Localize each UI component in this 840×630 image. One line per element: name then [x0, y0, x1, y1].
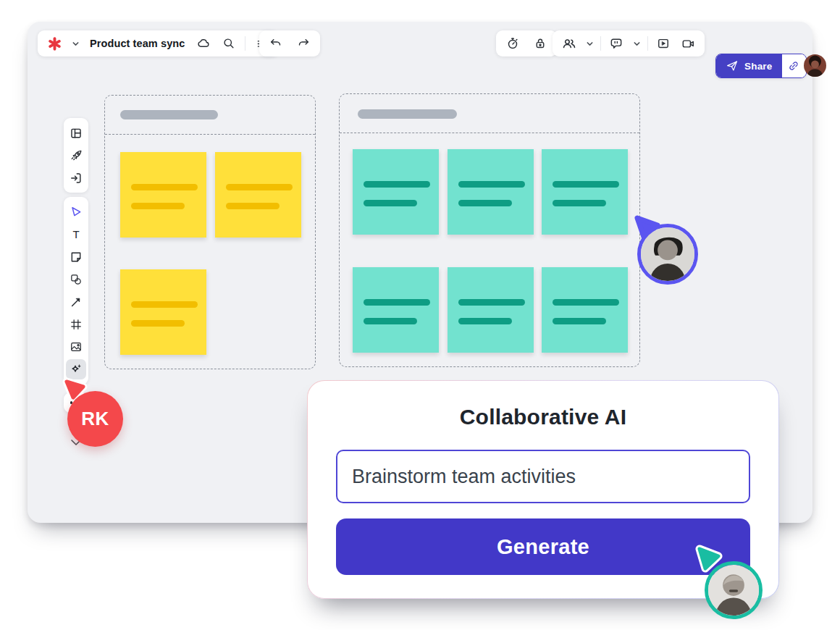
collaborator-avatar-teal [705, 561, 763, 619]
avatar-photo [708, 565, 759, 616]
quick-start-rocket-tool[interactable] [65, 144, 87, 167]
collaborators-icon[interactable] [560, 34, 579, 53]
divider [245, 36, 245, 51]
private-mode-lock-icon[interactable] [531, 34, 550, 53]
history-panel [259, 30, 320, 56]
sidebar-panel-tools: T [64, 197, 88, 385]
select-cursor-tool[interactable] [65, 201, 87, 223]
collaboration-panel [553, 30, 705, 56]
search-icon[interactable] [219, 34, 238, 53]
comments-chevron-icon[interactable] [631, 34, 642, 53]
comments-icon[interactable] [607, 34, 626, 53]
share-button-label: Share [744, 61, 773, 72]
current-user-avatar[interactable] [804, 54, 826, 77]
sidebar-panel-top [64, 118, 88, 193]
collaborator-initials: RK [81, 408, 109, 430]
frame-title-divider [105, 134, 315, 135]
video-call-icon[interactable] [679, 34, 697, 53]
ai-prompt-input[interactable] [336, 450, 750, 503]
avatar-photo [641, 227, 694, 281]
connector-arrow-tool[interactable] [65, 290, 87, 313]
divider [600, 36, 601, 51]
sticky-note[interactable] [120, 269, 206, 355]
board-title[interactable]: Product team sync [87, 38, 188, 49]
divider [647, 36, 648, 51]
image-upload-tool[interactable] [65, 335, 87, 358]
sticky-note[interactable] [542, 267, 628, 353]
collaborator-avatar-purple [637, 224, 698, 285]
frame-title-placeholder[interactable] [358, 109, 457, 119]
link-icon [787, 59, 800, 72]
redo-icon[interactable] [294, 34, 313, 53]
sticky-note[interactable] [448, 267, 534, 353]
sticky-note[interactable] [120, 152, 206, 238]
frame-tool[interactable] [65, 313, 87, 335]
templates-tool[interactable] [65, 122, 87, 144]
share-button-group: Share [715, 54, 807, 78]
paper-plane-icon [726, 59, 739, 72]
avatar-photo [804, 54, 826, 77]
sticky-note-tool[interactable] [65, 245, 87, 268]
board-switcher-chevron-icon[interactable] [70, 34, 80, 53]
frame-title-placeholder[interactable] [120, 110, 218, 119]
text-tool[interactable]: T [65, 223, 87, 245]
generate-button[interactable]: Generate [336, 518, 750, 575]
page: Product team sync [0, 0, 840, 630]
miro-logo-icon[interactable] [45, 34, 64, 53]
timer-icon[interactable] [503, 34, 522, 53]
cloud-sync-icon [194, 34, 213, 53]
collaborator-bubble-rk: RK [67, 391, 123, 447]
shapes-tool[interactable] [65, 268, 87, 290]
import-tool[interactable] [65, 167, 87, 189]
undo-icon[interactable] [266, 34, 285, 53]
copy-link-button[interactable] [782, 54, 806, 77]
sticky-note[interactable] [215, 152, 301, 238]
sticky-note[interactable] [542, 149, 628, 235]
frame-right[interactable] [339, 93, 640, 367]
session-tools-panel [496, 30, 557, 56]
board-header-panel: Product team sync [38, 30, 278, 56]
text-tool-glyph: T [72, 228, 79, 240]
presentation-icon[interactable] [654, 34, 673, 53]
share-button[interactable]: Share [716, 54, 782, 77]
sticky-note[interactable] [353, 149, 439, 235]
frame-title-divider [340, 133, 639, 133]
ai-modal-title: Collaborative AI [308, 405, 778, 429]
frame-left[interactable] [104, 95, 316, 369]
sticky-note[interactable] [448, 149, 534, 235]
sticky-note[interactable] [353, 267, 439, 353]
collaborators-chevron-icon[interactable] [584, 34, 595, 53]
